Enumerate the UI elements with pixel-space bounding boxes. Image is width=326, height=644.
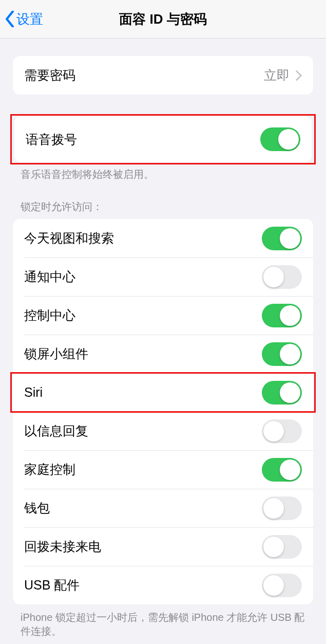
back-button[interactable]: 设置 (5, 10, 43, 28)
locked-row-2: 控制中心 (13, 296, 313, 335)
locked-row-label: 控制中心 (24, 307, 75, 324)
locked-row-label: USB 配件 (24, 577, 80, 594)
require-passcode-value: 立即 (264, 67, 290, 84)
locked-row-toggle[interactable] (262, 342, 302, 366)
locked-row-toggle[interactable] (262, 458, 302, 482)
locked-row-8: 回拨未接来电 (13, 527, 313, 566)
page-title: 面容 ID 与密码 (0, 10, 326, 28)
voice-dial-row: 语音拨号 (14, 116, 312, 162)
chevron-right-icon (296, 70, 302, 81)
locked-row-toggle[interactable] (262, 265, 302, 289)
locked-row-label: 锁屏小组件 (24, 345, 88, 362)
locked-row-toggle[interactable] (262, 496, 302, 520)
locked-row-1: 通知中心 (13, 257, 313, 296)
chevron-left-icon (5, 11, 14, 27)
locked-row-5: 以信息回复 (13, 412, 313, 450)
usb-footer: iPhone 锁定超过一小时后，需先解锁 iPhone 才能允许 USB 配件连… (0, 604, 326, 638)
locked-row-label: 钱包 (24, 500, 50, 517)
locked-row-label: 回拨未接来电 (24, 538, 101, 555)
locked-row-toggle[interactable] (262, 419, 302, 443)
voice-dial-label: 语音拨号 (26, 131, 77, 148)
back-label: 设置 (16, 10, 43, 28)
locked-row-toggle[interactable] (262, 381, 302, 404)
locked-row-6: 家庭控制 (13, 450, 313, 489)
locked-row-9: USB 配件 (13, 566, 313, 604)
locked-row-label: 通知中心 (24, 268, 75, 285)
locked-row-toggle[interactable] (262, 574, 302, 597)
locked-row-0: 今天视图和搜索 (13, 219, 313, 257)
locked-section-header: 锁定时允许访问： (0, 181, 326, 219)
voice-dial-toggle[interactable] (260, 127, 300, 151)
locked-row-label: 家庭控制 (24, 461, 75, 478)
locked-row-toggle[interactable] (262, 227, 302, 250)
locked-row-label: 今天视图和搜索 (24, 230, 114, 247)
locked-row-toggle[interactable] (262, 304, 302, 327)
locked-row-label: 以信息回复 (24, 422, 88, 439)
locked-row-3: 锁屏小组件 (13, 335, 313, 373)
passcode-group: 需要密码 立即 (13, 56, 313, 95)
voice-dial-footer: 音乐语音控制将始终被启用。 (0, 162, 326, 181)
require-passcode-label: 需要密码 (24, 67, 75, 84)
locked-row-4: Siri (13, 373, 313, 412)
require-passcode-row[interactable]: 需要密码 立即 (13, 56, 313, 95)
nav-header: 设置 面容 ID 与密码 (0, 0, 326, 39)
voice-dial-group: 语音拨号 (14, 116, 312, 162)
locked-access-group: 今天视图和搜索通知中心控制中心锁屏小组件Siri以信息回复家庭控制钱包回拨未接来… (13, 219, 313, 604)
locked-row-toggle[interactable] (262, 535, 302, 559)
locked-row-label: Siri (24, 385, 43, 400)
locked-row-7: 钱包 (13, 489, 313, 527)
